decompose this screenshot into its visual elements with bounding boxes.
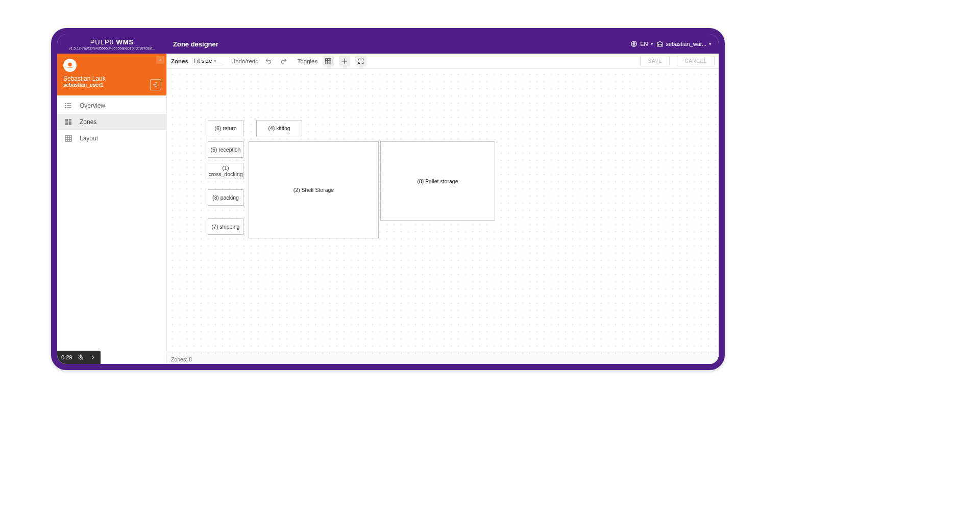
user-login: sebastian_user1: [63, 82, 160, 88]
chevron-left-icon: ‹: [159, 57, 161, 63]
toggle-grid-button[interactable]: [323, 56, 334, 67]
chevron-down-icon: ▾: [214, 58, 216, 63]
zone-label: (2) Shelf Storage: [293, 187, 334, 193]
logout-icon: [153, 82, 159, 88]
status-bar: Zones: 8: [167, 354, 719, 364]
save-button[interactable]: SAVE: [640, 56, 670, 66]
status-zones-label: Zones:: [171, 356, 187, 362]
undo-icon: [265, 58, 272, 65]
cancel-button[interactable]: CANCEL: [677, 56, 715, 66]
nav: Overview Zones Layout: [57, 95, 166, 147]
redo-icon: [280, 58, 287, 65]
toggle-fullscreen-button[interactable]: [355, 56, 366, 67]
zone-label: (4) kitting: [268, 125, 290, 131]
svg-point-3: [65, 105, 66, 106]
brand-part1: PULP0: [90, 38, 114, 46]
status-zones-count: 8: [189, 356, 192, 362]
chevron-down-icon: ▾: [709, 41, 712, 46]
video-controls-overlay: 0:29: [57, 351, 101, 364]
fit-size-value: Fit size: [193, 58, 212, 64]
zone-label: (1) cross_docking: [208, 165, 242, 177]
zone-label: (6) return: [214, 125, 236, 131]
language-selector[interactable]: EN ▾: [630, 40, 653, 47]
video-timestamp: 0:29: [61, 354, 72, 360]
zone-box[interactable]: (2) Shelf Storage: [249, 141, 379, 238]
redo-button[interactable]: [278, 56, 289, 67]
warehouse-selector[interactable]: sebastian_war... ▾: [656, 40, 712, 47]
sidebar-item-overview[interactable]: Overview: [57, 97, 166, 114]
brand-part2: WMS: [116, 38, 134, 46]
fit-size-select[interactable]: Fit size ▾: [192, 57, 223, 65]
sidebar-item-layout[interactable]: Layout: [57, 130, 166, 147]
zone-box[interactable]: (6) return: [208, 120, 243, 136]
device-frame: PULP0 WMS v1.5.12-7a9fd0fe435565d435b56a…: [51, 28, 725, 370]
zone-label: (7) shipping: [212, 224, 240, 230]
globe-icon: [630, 40, 638, 47]
sidebar-item-label: Zones: [80, 118, 96, 126]
main-area: Zones Fit size ▾ Undo/redo Toggles: [167, 54, 719, 364]
logout-button[interactable]: [150, 79, 161, 90]
chevron-down-icon: ▾: [651, 41, 653, 46]
zone-label: (3) packing: [212, 194, 239, 201]
undo-redo-label: Undo/redo: [231, 58, 259, 64]
sidebar-item-label: Overview: [80, 102, 105, 109]
svg-point-4: [65, 107, 66, 108]
toolbar-zones-label: Zones: [171, 58, 188, 64]
sidebar: ‹ Sebastian Lauk sebastian_user1: [57, 54, 167, 364]
zone-box[interactable]: (7) shipping: [208, 218, 243, 235]
grid-icon: [64, 134, 72, 142]
sidebar-collapse-button[interactable]: ‹: [156, 56, 164, 64]
brand-version: v1.5.12-7a9fd0fe435565d435b56abe010b0b98…: [69, 46, 155, 50]
user-block: ‹ Sebastian Lauk sebastian_user1: [57, 54, 166, 95]
brand-block: PULP0 WMS v1.5.12-7a9fd0fe435565d435b56a…: [57, 34, 167, 54]
list-icon: [64, 102, 72, 110]
toolbar: Zones Fit size ▾ Undo/redo Toggles: [167, 54, 719, 69]
sidebar-item-zones[interactable]: Zones: [57, 114, 166, 130]
language-label: EN: [640, 41, 648, 47]
svg-rect-7: [69, 121, 71, 125]
warehouse-label: sebastian_war...: [666, 41, 707, 47]
zone-box[interactable]: (8) Pallet storage: [380, 141, 495, 221]
octopus-icon: [65, 61, 75, 70]
fullscreen-icon: [357, 58, 364, 65]
toggles-label: Toggles: [298, 58, 318, 64]
svg-point-10: [344, 60, 345, 61]
toggle-snap-button[interactable]: [339, 56, 350, 67]
dashboard-icon: [64, 118, 72, 126]
page-title: Zone designer: [167, 40, 218, 48]
svg-point-2: [65, 103, 66, 104]
zone-box[interactable]: (5) reception: [208, 141, 243, 158]
avatar: [63, 59, 77, 72]
chevron-right-icon[interactable]: [89, 354, 96, 361]
zone-box[interactable]: (4) kitting: [256, 120, 302, 136]
zone-box[interactable]: (1) cross_docking: [208, 163, 243, 179]
brand-title: PULP0 WMS: [90, 38, 134, 46]
warehouse-icon: [656, 40, 664, 47]
zone-label: (5) reception: [211, 147, 241, 153]
zone-canvas[interactable]: (6) return(4) kitting(5) reception(1) cr…: [167, 69, 719, 354]
snap-icon: [341, 58, 348, 65]
sidebar-item-label: Layout: [80, 135, 98, 142]
user-display-name: Sebastian Lauk: [63, 75, 160, 82]
svg-rect-8: [65, 123, 68, 125]
svg-rect-6: [69, 119, 71, 120]
undo-button[interactable]: [263, 56, 274, 67]
svg-point-1: [68, 63, 72, 67]
grid-icon: [325, 58, 332, 65]
svg-rect-5: [65, 119, 68, 121]
zone-box[interactable]: (3) packing: [208, 189, 243, 206]
svg-rect-9: [326, 58, 331, 64]
zone-label: (8) Pallet storage: [418, 178, 458, 184]
mic-muted-icon[interactable]: [77, 354, 84, 361]
app-header: PULP0 WMS v1.5.12-7a9fd0fe435565d435b56a…: [57, 34, 719, 54]
